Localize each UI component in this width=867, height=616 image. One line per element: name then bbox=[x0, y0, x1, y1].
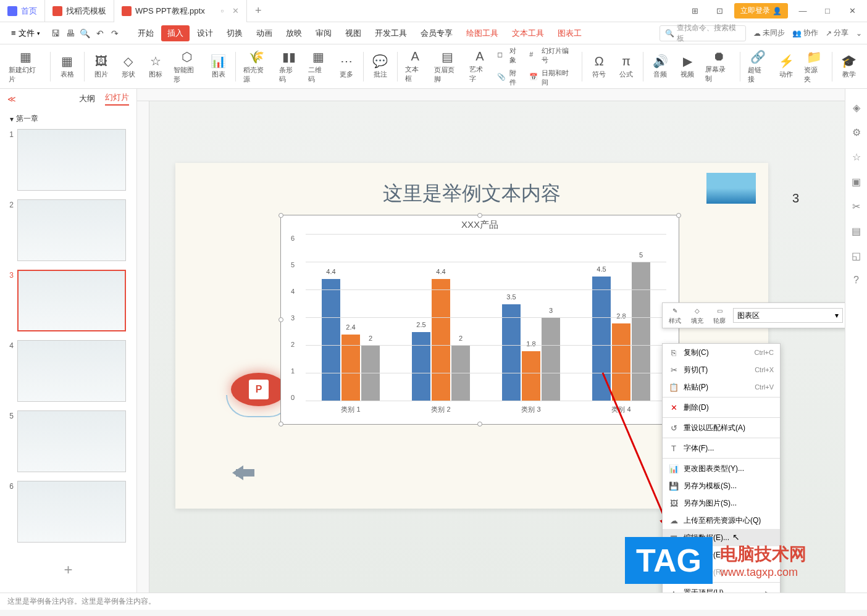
window-layout-icon[interactable]: ⊞ bbox=[685, 2, 705, 20]
ribbon-object[interactable]: ◻对象 bbox=[495, 45, 526, 66]
rb-cube-icon[interactable]: ◱ bbox=[850, 249, 863, 262]
login-button[interactable]: 立即登录 👤 bbox=[734, 3, 788, 19]
ribbon-qrcode[interactable]: ▦二维码 bbox=[304, 48, 332, 85]
tab-add[interactable]: + bbox=[247, 4, 269, 17]
qat-redo-icon[interactable]: ↷ bbox=[108, 27, 122, 40]
ft-style[interactable]: ✎样式 bbox=[666, 305, 684, 327]
resize-handle[interactable] bbox=[477, 213, 482, 218]
slide-thumb-6[interactable] bbox=[17, 481, 126, 543]
slide-thumb-1[interactable] bbox=[17, 129, 126, 191]
cm-upload[interactable]: ☁上传至稻壳资源中心(Q) bbox=[663, 512, 780, 529]
canvas[interactable]: 这里是举例文本内容 P 3 XXX产品 bbox=[149, 101, 845, 593]
ft-fill[interactable]: ◇填充 bbox=[689, 305, 706, 327]
ribbon-smart[interactable]: ⬡智能图形 bbox=[170, 48, 204, 85]
ribbon-hyperlink[interactable]: 🔗超链接 bbox=[744, 48, 772, 85]
ribbon-icons[interactable]: ☆图标 bbox=[143, 48, 169, 85]
tab-menu-icon[interactable]: ▫ bbox=[221, 6, 224, 15]
rb-book-icon[interactable]: ▤ bbox=[850, 225, 863, 237]
cm-front[interactable]: ▲置于顶层(U)▸ bbox=[663, 584, 780, 593]
tab-template[interactable]: 找稻壳模板 bbox=[45, 0, 114, 22]
qat-print-icon[interactable]: 🖶 bbox=[64, 27, 77, 40]
minimize-button[interactable]: ― bbox=[793, 2, 813, 20]
tab-close-icon[interactable]: ✕ bbox=[232, 6, 239, 15]
qat-preview-icon[interactable]: 🔍 bbox=[78, 27, 92, 40]
ribbon-textbox[interactable]: A文本框 bbox=[401, 48, 429, 85]
rb-clip-icon[interactable]: ✂ bbox=[850, 200, 863, 212]
tab-member[interactable]: 会员专享 bbox=[414, 25, 459, 41]
ribbon-action[interactable]: ⚡动作 bbox=[773, 48, 799, 85]
rb-design-icon[interactable]: ◈ bbox=[850, 101, 863, 114]
ribbon-video[interactable]: ▶视频 bbox=[674, 48, 700, 85]
tab-review[interactable]: 审阅 bbox=[309, 25, 338, 41]
ribbon-resource[interactable]: 📁资源夹 bbox=[800, 48, 828, 85]
cm-chart[interactable]: 📊更改图表类型(Y)... bbox=[663, 460, 780, 477]
slide-thumb-2[interactable] bbox=[17, 199, 126, 261]
ft-outline[interactable]: ▭轮廓 bbox=[711, 305, 728, 327]
cm-cut[interactable]: ✂剪切(T)Ctrl+X bbox=[663, 361, 780, 378]
tab-text-tools[interactable]: 文本工具 bbox=[506, 25, 550, 41]
sync-button[interactable]: ☁ 未同步 bbox=[753, 28, 785, 38]
tab-chart-tools[interactable]: 图表工 bbox=[551, 25, 588, 41]
ruler-horizontal[interactable] bbox=[137, 89, 845, 101]
tab-document[interactable]: WPS PPT教程.pptx ▫ ✕ bbox=[114, 0, 247, 22]
ribbon-formula[interactable]: π公式 bbox=[613, 48, 639, 85]
tab-animation[interactable]: 动画 bbox=[250, 25, 279, 41]
tab-transition[interactable]: 切换 bbox=[220, 25, 249, 41]
qat-save-icon[interactable]: 🖫 bbox=[49, 27, 62, 40]
menu-hamburger[interactable]: ≡ 文件 ▾ bbox=[5, 25, 46, 41]
ribbon-datetime[interactable]: 📅日期和时间 bbox=[527, 67, 578, 88]
ribbon-header[interactable]: ▤页眉页脚 bbox=[430, 48, 465, 85]
ribbon-wordart[interactable]: A艺术字 bbox=[466, 48, 493, 85]
ribbon-shapes[interactable]: ◇形状 bbox=[115, 48, 141, 85]
maximize-button[interactable]: □ bbox=[818, 2, 837, 20]
ribbon-barcode[interactable]: ▮▮条形码 bbox=[275, 48, 303, 85]
ribbon-attach[interactable]: 📎附件 bbox=[495, 67, 526, 88]
resize-handle[interactable] bbox=[279, 213, 283, 218]
resize-handle[interactable] bbox=[477, 422, 482, 427]
ribbon-chart[interactable]: 📊图表 bbox=[206, 48, 232, 85]
cm-save-tpl[interactable]: 💾另存为模板(S)... bbox=[663, 477, 780, 494]
close-button[interactable]: ✕ bbox=[842, 2, 862, 20]
ribbon-audio[interactable]: 🔊音频 bbox=[647, 48, 673, 85]
slide-thumb-3[interactable] bbox=[17, 270, 126, 331]
add-slide-button[interactable]: + bbox=[5, 551, 132, 588]
ribbon-table[interactable]: ▦表格 bbox=[54, 48, 80, 85]
cm-font[interactable]: T字体(F)... bbox=[663, 439, 780, 457]
section-header[interactable]: ▾ 第一章 bbox=[0, 109, 136, 129]
rb-help-icon[interactable]: ? bbox=[850, 274, 863, 286]
ft-element-select[interactable]: 图表区▾ bbox=[733, 308, 843, 323]
ribbon-more[interactable]: ⋯更多 bbox=[333, 48, 359, 85]
rb-layers-icon[interactable]: ▣ bbox=[850, 175, 863, 188]
resize-handle[interactable] bbox=[279, 422, 283, 427]
ribbon-picture[interactable]: 🖼图片 bbox=[88, 48, 114, 85]
slide-thumb-4[interactable] bbox=[17, 340, 126, 402]
slide-thumb-5[interactable] bbox=[17, 410, 126, 472]
collapse-icon[interactable]: ≪ bbox=[7, 94, 16, 104]
panel-tab-slides[interactable]: 幻灯片 bbox=[105, 92, 129, 106]
chart-object[interactable]: XXX产品 0123456 4.42.422.54.423.51.834.52.… bbox=[280, 215, 679, 425]
resize-handle[interactable] bbox=[279, 317, 283, 322]
cm-paste[interactable]: 📋粘贴(P)Ctrl+V bbox=[663, 378, 780, 396]
ribbon-comment[interactable]: 💬批注 bbox=[367, 48, 393, 85]
tab-drawing[interactable]: 绘图工具 bbox=[460, 25, 505, 41]
tab-home[interactable]: 首页 bbox=[0, 0, 45, 22]
collab-button[interactable]: 👥 协作 bbox=[792, 28, 818, 38]
notes-bar[interactable]: 这里是举例备注内容。这里是举例备注内容。 bbox=[0, 593, 867, 610]
rb-star-icon[interactable]: ☆ bbox=[850, 151, 863, 163]
window-grid-icon[interactable]: ⊡ bbox=[710, 2, 729, 20]
qat-undo-icon[interactable]: ↶ bbox=[93, 27, 107, 40]
tab-start[interactable]: 开始 bbox=[132, 25, 160, 41]
cm-save-img[interactable]: 🖼另存为图片(S)... bbox=[663, 494, 780, 512]
rb-settings-icon[interactable]: ⚙ bbox=[850, 126, 863, 138]
ribbon-symbol[interactable]: Ω符号 bbox=[586, 48, 612, 85]
ribbon-newslide[interactable]: ▦新建幻灯片 bbox=[5, 48, 46, 85]
panel-tab-outline[interactable]: 大纲 bbox=[79, 93, 95, 104]
cm-edit[interactable]: ▦编辑数据(E)... bbox=[663, 529, 780, 546]
tab-devtools[interactable]: 开发工具 bbox=[369, 25, 413, 41]
cm-copy[interactable]: ⎘复制(C)Ctrl+C bbox=[663, 344, 780, 361]
ribbon-slidenum[interactable]: #幻灯片编号 bbox=[527, 45, 578, 66]
resize-handle[interactable] bbox=[676, 213, 681, 218]
tab-design[interactable]: 设计 bbox=[191, 25, 219, 41]
ribbon-docer[interactable]: 🌾稻壳资源 bbox=[240, 48, 274, 85]
ruler-vertical[interactable] bbox=[137, 101, 149, 593]
